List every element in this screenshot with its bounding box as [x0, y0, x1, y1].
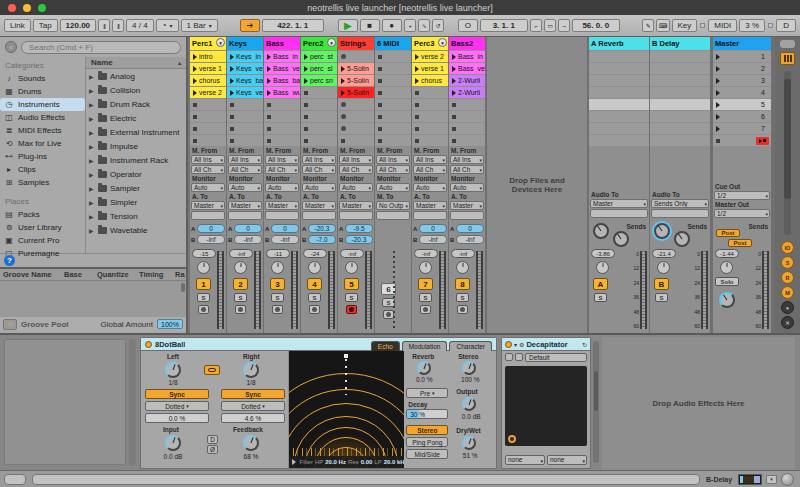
send-a-value[interactable]: 0: [456, 224, 484, 233]
scene-scroll-button[interactable]: [780, 40, 795, 48]
right-sync-button[interactable]: Sync: [221, 389, 285, 399]
decay-slider[interactable]: 30 %: [406, 409, 448, 419]
io-sub-select[interactable]: [191, 211, 225, 220]
clip-slot-empty[interactable]: [301, 123, 337, 134]
io-monitor-select[interactable]: Auto: [413, 183, 447, 192]
arrangement-position-display[interactable]: 422. 1. 1: [262, 19, 324, 32]
clip-play-icon[interactable]: [415, 54, 419, 60]
global-amount-value[interactable]: 100%: [157, 319, 183, 329]
bdelay-display[interactable]: [738, 474, 762, 485]
track-activator-button[interactable]: 4: [307, 278, 322, 290]
io-input-select[interactable]: All Ins: [339, 155, 373, 164]
master-pan-knob[interactable]: [720, 261, 733, 274]
stop-slot-icon[interactable]: [304, 139, 308, 143]
scene-row[interactable]: 4: [713, 87, 771, 98]
record-slot-icon[interactable]: [341, 114, 346, 119]
clip-slot[interactable]: perc_st: [301, 51, 337, 62]
stop-slot-icon[interactable]: [415, 103, 419, 107]
stop-slot-icon[interactable]: [378, 139, 382, 143]
io-output-select[interactable]: Master: [302, 201, 336, 210]
left-sync-button[interactable]: Sync: [145, 389, 209, 399]
arm-button[interactable]: [346, 305, 357, 314]
master-solo-cue-button[interactable]: Solo: [715, 277, 739, 286]
clip-play-icon[interactable]: [304, 54, 308, 60]
wrench-icon[interactable]: ⚙: [519, 341, 524, 348]
stop-slot-icon[interactable]: [452, 103, 456, 107]
clip-slot-empty[interactable]: [412, 87, 448, 98]
clip-slot[interactable]: 5-Solin: [338, 63, 374, 74]
tab-modulation[interactable]: Modulation: [402, 341, 448, 351]
clip-play-icon[interactable]: [267, 66, 271, 72]
clip-slot-empty[interactable]: [449, 123, 485, 134]
drywet-value[interactable]: 51 %: [458, 452, 482, 459]
io-monitor-select[interactable]: Auto: [265, 183, 299, 192]
scene-play-icon[interactable]: [716, 54, 720, 60]
io-sub-select[interactable]: [339, 211, 373, 220]
scene-row[interactable]: 1: [713, 51, 771, 62]
stop-slot-icon[interactable]: [415, 91, 419, 95]
scene-row[interactable]: 6: [713, 111, 771, 122]
zoom-window-button[interactable]: [38, 4, 46, 12]
solo-button[interactable]: S: [234, 293, 247, 302]
send-b-value[interactable]: -inf: [234, 235, 262, 244]
send-b-knob[interactable]: [674, 231, 690, 247]
clip-play-icon[interactable]: [452, 78, 456, 84]
browser-list-item[interactable]: ▶Electric: [86, 111, 186, 125]
minimize-window-button[interactable]: [23, 4, 31, 12]
expand-arrow-icon[interactable]: ▶: [89, 185, 95, 192]
io-output-select[interactable]: Master: [413, 201, 447, 210]
send-b-value[interactable]: -inf: [456, 235, 484, 244]
place-item-user-library[interactable]: ⊚User Library: [0, 221, 85, 234]
punch-in-button[interactable]: ⌐: [530, 19, 542, 32]
device-view-handle[interactable]: [129, 339, 136, 465]
sidebar-item-sounds[interactable]: ♪Sounds: [0, 72, 85, 85]
io-monitor-select[interactable]: Auto: [302, 183, 336, 192]
track-fold-icon[interactable]: ▾: [438, 38, 447, 47]
stop-slot-icon[interactable]: [378, 103, 382, 107]
return-activator-button[interactable]: A: [593, 278, 608, 290]
plugin-title[interactable]: Decapitator: [526, 340, 567, 349]
plugin-activator-icon[interactable]: [505, 341, 512, 348]
volume-display[interactable]: -inf: [451, 249, 475, 258]
stop-slot-icon[interactable]: [716, 139, 720, 143]
sidebar-item-max-for-live[interactable]: ⟲Max for Live: [0, 137, 85, 150]
return-activator-button[interactable]: B: [654, 278, 669, 290]
clip-slot[interactable]: Bass_in: [264, 51, 300, 62]
nudge-down-button[interactable]: |||: [98, 19, 110, 32]
track-header[interactable]: Bass2: [449, 37, 485, 50]
send-a-value[interactable]: 0: [271, 224, 299, 233]
reverb-knob[interactable]: [417, 361, 431, 375]
io-channel-select[interactable]: All Ch: [265, 165, 299, 174]
stop-slot-icon[interactable]: [230, 103, 234, 107]
expand-arrow-icon[interactable]: ▶: [89, 157, 95, 164]
plugin-editor-panel[interactable]: [505, 366, 587, 446]
clip-play-icon[interactable]: [452, 66, 456, 72]
scene-play-icon[interactable]: [716, 114, 720, 120]
io-input-select[interactable]: All Ins: [228, 155, 262, 164]
solo-button[interactable]: S: [271, 293, 284, 302]
scene-play-icon[interactable]: [716, 102, 720, 108]
punch-out-button[interactable]: ¬: [558, 19, 570, 32]
expand-arrow-icon[interactable]: ▶: [89, 213, 95, 220]
loop-button[interactable]: ▭: [544, 19, 556, 32]
place-item-packs[interactable]: ▤Packs: [0, 208, 85, 221]
sidebar-item-clips[interactable]: ▸Clips: [0, 163, 85, 176]
io-channel-select[interactable]: All Ch: [339, 165, 373, 174]
browser-collapse-icon[interactable]: ‹: [5, 41, 17, 53]
arm-button[interactable]: [457, 305, 468, 314]
scene-play-icon[interactable]: [716, 66, 720, 72]
clip-slot-empty[interactable]: [412, 111, 448, 122]
lp-freq-value[interactable]: 20.0 kHz: [384, 459, 405, 465]
right-sync-mode-select[interactable]: Dotted: [221, 401, 285, 411]
stop-slot-icon[interactable]: [193, 127, 197, 131]
crossfader-knob[interactable]: [719, 292, 735, 308]
unfold-icon[interactable]: ▾: [514, 341, 517, 348]
send-a-value[interactable]: 0: [419, 224, 447, 233]
tap-tempo-button[interactable]: Tap: [33, 19, 58, 32]
browser-list-item[interactable]: ▶Wavetable: [86, 223, 186, 237]
clip-slot-empty[interactable]: [264, 123, 300, 134]
browser-list-item[interactable]: ▶Collision: [86, 83, 186, 97]
expand-arrow-icon[interactable]: ▶: [89, 101, 95, 108]
vertical-scrollbar[interactable]: [784, 71, 791, 235]
echo-node-handles[interactable]: [345, 359, 347, 395]
